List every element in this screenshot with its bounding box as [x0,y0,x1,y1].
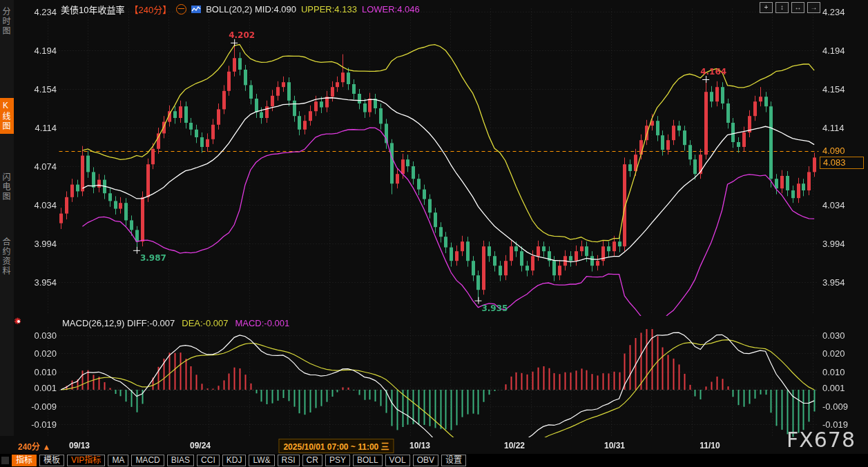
indicator-toolbar: 指标 模板 VIP指标 MA MACD BIAS CCI KDJ LW& RSI… [0,454,868,467]
date-tick: 09/13 [69,441,90,450]
period-label: 【240分】 [129,3,171,16]
price-tick-left: 4.034 [21,200,57,210]
symbol-title: 美债10年收益率 [61,3,124,16]
date-tick: 11/10 [700,441,720,450]
price-tick-right: 4.194 [822,46,864,56]
trading-app-window: 美债10年收益率 【240分】 BOLL(20,2) MID:4.090 UPP… [0,0,868,467]
vertical-scale-icon[interactable]: ↕ [775,2,789,13]
step-forward-icon[interactable]: → [807,2,820,13]
macd-tick-right: 0.030 [822,330,864,341]
macd-tick-right: -0.009 [822,401,864,412]
price-tick-right: 4.234 [822,7,864,17]
macd-tick-left: -0.019 [21,419,57,430]
boll-upper-value: UPPER:4.133 [301,4,357,14]
macd-diff-value: MACD(26,12,9) DIFF:-0.007 [62,318,175,328]
horizontal-scale-icon[interactable]: ↔ [791,2,804,13]
price-tick-left: 4.074 [21,161,57,172]
fx678-watermark: FX678 [787,428,856,452]
sidebar-tab-time-chart[interactable]: 分时图 [0,4,14,39]
main-chart-canvas[interactable] [0,0,868,467]
date-tick: 09/24 [190,441,211,450]
date-tick: 10/22 [504,441,525,450]
toolbar-button-rsi[interactable]: RSI [278,455,300,466]
toolbar-button-vip-indicator[interactable]: VIP指标 [67,455,105,466]
selected-date-label: 2025/10/01 07:00 ~ 11:00 三 [278,439,394,453]
macd-tick-right: 0.020 [822,348,864,359]
price-tick-left: 4.194 [21,46,57,56]
indicator-chart-icon [191,6,201,13]
toolbar-button-boll[interactable]: BOLL [353,455,383,466]
toolbar-button-macd[interactable]: MACD [131,455,164,466]
macd-value: MACD:-0.001 [235,318,289,328]
boll-mid-value: BOLL(20,2) MID:4.090 [206,4,296,14]
collapse-indicator-icon[interactable] [176,4,186,14]
date-tick: 10/13 [409,441,430,450]
guide-price-label: 4.090 [822,146,845,156]
toolbar-button-template[interactable]: 模板 [39,455,64,466]
toolbar-button-obv[interactable]: OBV [413,455,438,466]
toolbar-button-kdj[interactable]: KDJ [222,455,247,466]
toolbar-button-bias[interactable]: BIAS [167,455,194,466]
macd-tick-left: 0.030 [21,330,57,341]
toolbar-button-cci[interactable]: CCI [197,455,220,466]
toolbar-button-psy[interactable]: PSY [325,455,350,466]
toolbar-button-cr[interactable]: CR [302,455,322,466]
price-tick-left: 3.994 [21,239,57,249]
last-price-box: 4.083 [820,157,864,169]
macd-tick-left: -0.009 [21,401,57,412]
sidebar-tab-flash-chart[interactable]: 闪电图 [0,170,14,204]
toolbar-button-ma[interactable]: MA [108,455,128,466]
period-badge[interactable]: 240分 ▲ [18,440,50,452]
price-tick-right: 3.954 [822,277,864,288]
price-tick-left: 4.154 [21,84,57,95]
macd-tick-right: 0.001 [822,383,864,393]
macd-header: MACD(26,12,9) DIFF:-0.007 DEA:-0.007 MAC… [62,318,289,328]
date-tick: 10/31 [604,441,625,450]
sidebar-tab-contract-info[interactable]: 合约资料 [0,235,14,279]
alert-status-icon: ✺ [14,317,23,326]
pan-tool-icon[interactable]: + [760,2,773,13]
price-tick-right: 4.114 [822,123,864,133]
macd-tick-left: 0.020 [21,348,57,359]
price-tick-right: 3.994 [822,239,864,249]
price-tick-right: 4.154 [822,84,864,95]
toolbar-button-indicator[interactable]: 指标 [12,455,37,466]
boll-lower-value: LOWER:4.046 [362,4,420,14]
price-tick-left: 4.234 [21,7,57,17]
toolbar-button-settings[interactable]: 设置 [441,455,466,466]
chart-header: 美债10年收益率 【240分】 BOLL(20,2) MID:4.090 UPP… [61,3,420,16]
macd-tick-left: 0.010 [21,367,57,377]
left-sidebar: 分时图 K线图 闪电图 合约资料 [0,0,14,436]
sidebar-tab-kline-chart[interactable]: K线图 [0,98,14,134]
toolbar-button-vol[interactable]: VOL [385,455,410,466]
price-tick-left: 4.114 [21,123,57,133]
price-tick-left: 3.954 [21,277,57,288]
macd-dea-value: DEA:-0.007 [182,318,228,328]
chart-tools: + ↕ ↔ → [760,2,820,13]
macd-tick-left: 0.001 [21,383,57,393]
macd-tick-right: 0.010 [822,367,864,377]
toolbar-grip [1,457,9,464]
price-tick-right: 4.034 [822,200,864,210]
toolbar-button-lw[interactable]: LW& [249,455,274,466]
